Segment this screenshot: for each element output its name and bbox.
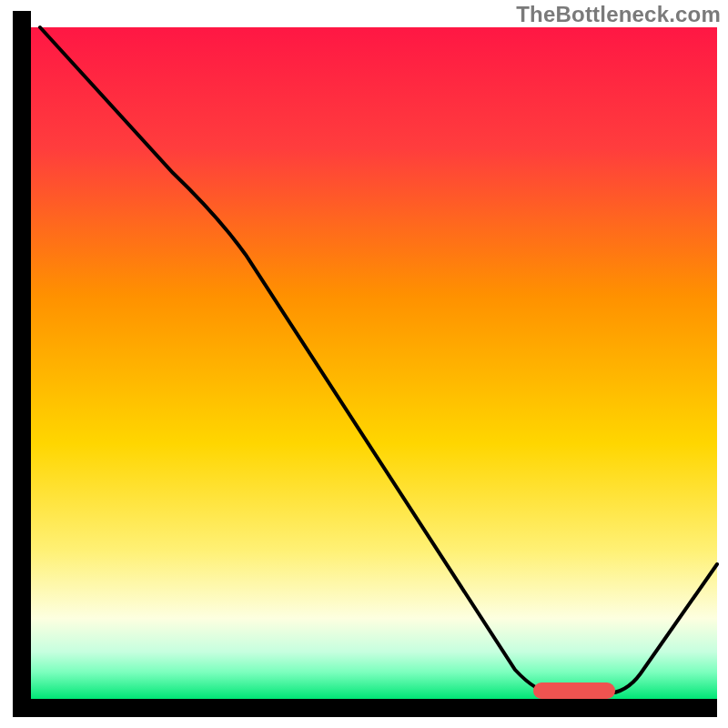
x-axis <box>13 699 717 717</box>
y-axis <box>13 11 31 717</box>
bottleneck-chart <box>0 0 728 728</box>
watermark-text: TheBottleneck.com <box>516 2 721 27</box>
optimal-range-marker <box>533 682 615 699</box>
chart-container: TheBottleneck.com <box>0 0 728 728</box>
